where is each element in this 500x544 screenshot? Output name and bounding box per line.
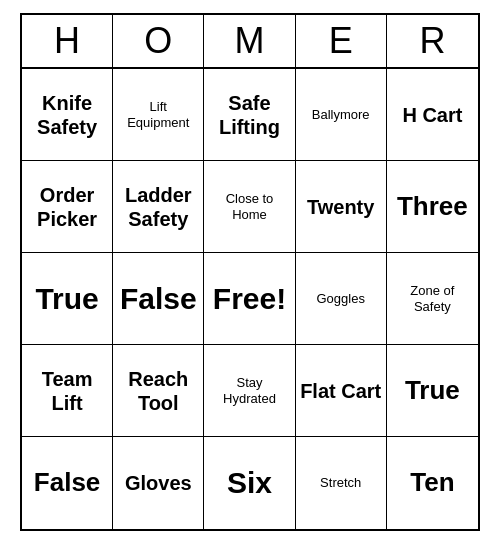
cell-0: Knife Safety — [22, 69, 113, 161]
cell-11: False — [113, 253, 204, 345]
cell-text-8: Twenty — [307, 195, 374, 219]
cell-24: Ten — [387, 437, 478, 529]
bingo-card: HOMER Knife SafetyLift EquipmentSafe Lif… — [20, 13, 480, 531]
cell-text-1: Lift Equipment — [117, 99, 199, 130]
cell-2: Safe Lifting — [204, 69, 295, 161]
cell-text-22: Six — [227, 465, 272, 501]
header-row: HOMER — [22, 15, 478, 69]
cell-19: True — [387, 345, 478, 437]
cell-4: H Cart — [387, 69, 478, 161]
cell-3: Ballymore — [296, 69, 387, 161]
bingo-grid: Knife SafetyLift EquipmentSafe LiftingBa… — [22, 69, 478, 529]
header-letter-H: H — [22, 15, 113, 67]
cell-text-7: Close to Home — [208, 191, 290, 222]
cell-text-17: Stay Hydrated — [208, 375, 290, 406]
cell-1: Lift Equipment — [113, 69, 204, 161]
cell-text-6: Ladder Safety — [117, 183, 199, 231]
cell-text-23: Stretch — [320, 475, 361, 491]
cell-9: Three — [387, 161, 478, 253]
cell-text-3: Ballymore — [312, 107, 370, 123]
cell-text-14: Zone of Safety — [391, 283, 474, 314]
cell-22: Six — [204, 437, 295, 529]
cell-text-21: Gloves — [125, 471, 192, 495]
cell-text-20: False — [34, 467, 101, 498]
header-letter-E: E — [296, 15, 387, 67]
cell-12: Free! — [204, 253, 295, 345]
cell-text-5: Order Picker — [26, 183, 108, 231]
cell-6: Ladder Safety — [113, 161, 204, 253]
header-letter-M: M — [204, 15, 295, 67]
cell-text-18: Flat Cart — [300, 379, 381, 403]
cell-18: Flat Cart — [296, 345, 387, 437]
cell-23: Stretch — [296, 437, 387, 529]
cell-10: True — [22, 253, 113, 345]
cell-text-4: H Cart — [402, 103, 462, 127]
cell-text-13: Goggles — [316, 291, 364, 307]
cell-17: Stay Hydrated — [204, 345, 295, 437]
cell-text-11: False — [120, 281, 197, 317]
cell-text-12: Free! — [213, 281, 286, 317]
cell-14: Zone of Safety — [387, 253, 478, 345]
cell-15: Team Lift — [22, 345, 113, 437]
header-letter-O: O — [113, 15, 204, 67]
cell-text-0: Knife Safety — [26, 91, 108, 139]
cell-8: Twenty — [296, 161, 387, 253]
cell-text-9: Three — [397, 191, 468, 222]
cell-7: Close to Home — [204, 161, 295, 253]
cell-20: False — [22, 437, 113, 529]
cell-text-15: Team Lift — [26, 367, 108, 415]
cell-text-2: Safe Lifting — [208, 91, 290, 139]
cell-text-24: Ten — [410, 467, 454, 498]
cell-text-10: True — [35, 281, 98, 317]
header-letter-R: R — [387, 15, 478, 67]
cell-16: Reach Tool — [113, 345, 204, 437]
cell-13: Goggles — [296, 253, 387, 345]
cell-text-16: Reach Tool — [117, 367, 199, 415]
cell-21: Gloves — [113, 437, 204, 529]
cell-5: Order Picker — [22, 161, 113, 253]
cell-text-19: True — [405, 375, 460, 406]
